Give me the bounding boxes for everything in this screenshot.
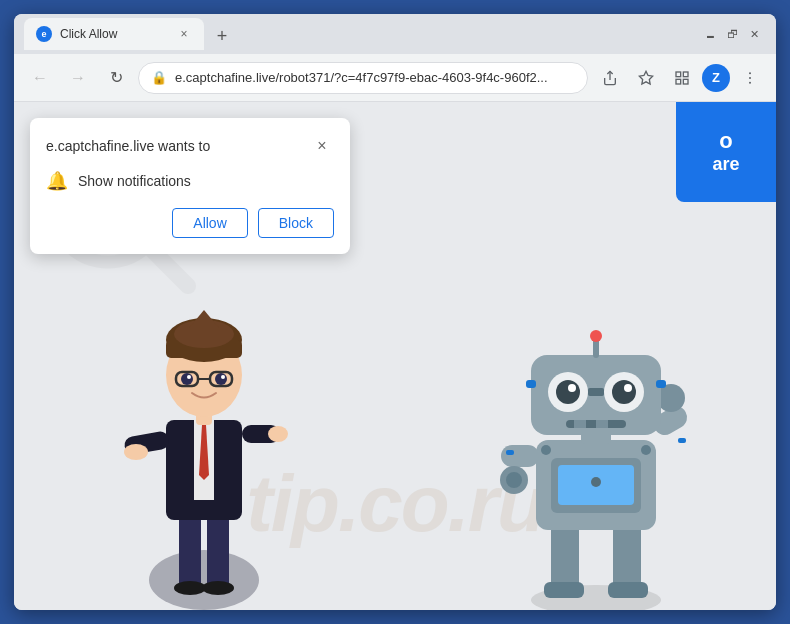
notification-text: Show notifications	[78, 173, 191, 189]
popup-title: e.captchafine.live wants to	[46, 138, 210, 154]
svg-point-6	[749, 72, 751, 74]
popup-close-button[interactable]: ×	[310, 134, 334, 158]
menu-button[interactable]	[734, 62, 766, 94]
svg-point-33	[215, 373, 227, 385]
svg-rect-46	[501, 445, 539, 467]
svg-rect-67	[526, 380, 536, 388]
toolbar-actions: Z	[594, 62, 766, 94]
svg-rect-40	[608, 582, 648, 598]
svg-rect-12	[179, 510, 201, 590]
tab-title: Click Allow	[60, 27, 168, 41]
blue-banner-line1: o	[719, 128, 732, 154]
extensions-button[interactable]	[666, 62, 698, 94]
svg-point-63	[624, 384, 632, 392]
svg-point-14	[174, 581, 206, 595]
popup-row: 🔔 Show notifications	[46, 170, 334, 192]
svg-point-66	[590, 330, 602, 342]
svg-point-8	[749, 81, 751, 83]
svg-point-15	[202, 581, 234, 595]
svg-rect-3	[683, 72, 688, 77]
svg-point-61	[612, 380, 636, 404]
reload-button[interactable]: ↻	[100, 62, 132, 94]
svg-rect-64	[588, 388, 604, 396]
address-bar[interactable]: 🔒 e.captchafine.live/robot371/?c=4f7c97f…	[138, 62, 588, 94]
svg-point-21	[124, 444, 148, 460]
profile-button[interactable]: Z	[702, 64, 730, 92]
popup-buttons: Allow Block	[46, 208, 334, 238]
window-minimize-chevron[interactable]: 🗕	[702, 26, 718, 42]
svg-rect-38	[613, 520, 641, 590]
bell-icon: 🔔	[46, 170, 68, 192]
tab-favicon: e	[36, 26, 52, 42]
bookmark-button[interactable]	[630, 62, 662, 94]
share-button[interactable]	[594, 62, 626, 94]
window-controls: 🗕 🗗 ✕	[702, 26, 762, 42]
svg-point-50	[657, 384, 685, 412]
title-bar: e Click Allow × + 🗕 🗗 ✕	[14, 14, 776, 54]
toolbar: ← → ↻ 🔒 e.captchafine.live/robot371/?c=4…	[14, 54, 776, 102]
svg-point-7	[749, 77, 751, 79]
tab-close-button[interactable]: ×	[176, 26, 192, 42]
browser-window: e Click Allow × + 🗕 🗗 ✕ ← → ↻ 🔒 e.captch…	[14, 14, 776, 610]
svg-point-32	[181, 373, 193, 385]
svg-rect-70	[574, 420, 586, 428]
svg-point-22	[268, 426, 288, 442]
browser-tab[interactable]: e Click Allow ×	[24, 18, 204, 50]
window-restore[interactable]: 🗗	[724, 26, 740, 42]
svg-point-60	[556, 380, 580, 404]
popup-header: e.captchafine.live wants to ×	[46, 134, 334, 158]
svg-marker-1	[639, 71, 652, 84]
svg-point-48	[506, 472, 522, 488]
back-button[interactable]: ←	[24, 62, 56, 94]
svg-rect-51	[506, 450, 514, 455]
svg-rect-52	[678, 438, 686, 443]
svg-point-11	[149, 550, 259, 610]
forward-button[interactable]: →	[62, 62, 94, 94]
url-text: e.captchafine.live/robot371/?c=4f7c97f9-…	[175, 70, 575, 85]
svg-rect-39	[544, 582, 584, 598]
notification-popup: e.captchafine.live wants to × 🔔 Show not…	[30, 118, 350, 254]
webpage: o are tip.co.ru	[14, 102, 776, 610]
svg-rect-71	[596, 420, 608, 428]
character-robot	[496, 310, 696, 610]
svg-rect-4	[676, 79, 681, 84]
svg-point-62	[568, 384, 576, 392]
svg-point-35	[221, 375, 225, 379]
blue-banner-line2: are	[712, 154, 739, 176]
svg-rect-5	[683, 79, 688, 84]
svg-point-34	[187, 375, 191, 379]
svg-rect-2	[676, 72, 681, 77]
character-man	[114, 290, 294, 610]
lock-icon: 🔒	[151, 70, 167, 85]
allow-button[interactable]: Allow	[172, 208, 247, 238]
svg-point-45	[641, 445, 651, 455]
svg-point-72	[591, 477, 601, 487]
blue-banner: o are	[676, 102, 776, 202]
window-close[interactable]: ✕	[746, 26, 762, 42]
block-button[interactable]: Block	[258, 208, 334, 238]
svg-rect-13	[207, 510, 229, 590]
svg-rect-68	[656, 380, 666, 388]
svg-point-44	[541, 445, 551, 455]
tab-bar: e Click Allow × +	[24, 18, 694, 50]
new-tab-button[interactable]: +	[208, 22, 236, 50]
svg-rect-37	[551, 520, 579, 590]
